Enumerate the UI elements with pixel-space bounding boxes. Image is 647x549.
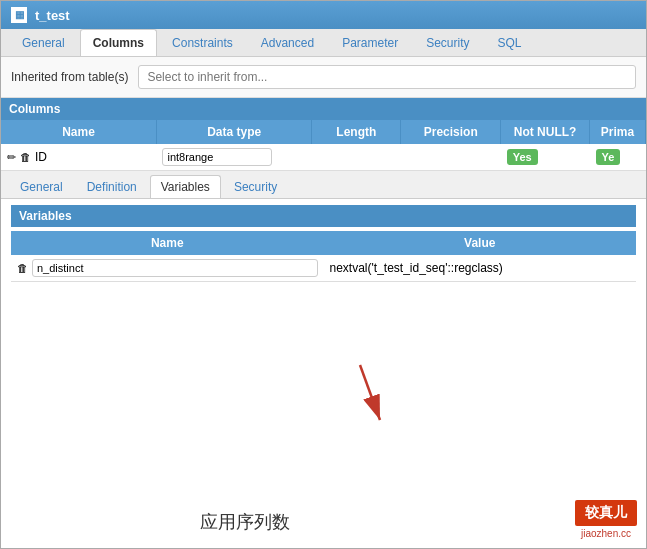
chinese-annotation: 应用序列数 bbox=[200, 510, 290, 534]
datatype-select[interactable]: int8range bbox=[162, 148, 272, 166]
columns-header-row: Name Data type Length Precision Not NULL… bbox=[1, 120, 646, 144]
tab-columns[interactable]: Columns bbox=[80, 29, 157, 56]
var-col-name: Name bbox=[11, 231, 324, 255]
title-bar: ▦ t_test bbox=[1, 1, 646, 29]
row-name: ID bbox=[35, 150, 47, 164]
variables-header-row: Name Value bbox=[11, 231, 636, 255]
table-row: ✏ 🗑 ID int8range bbox=[1, 144, 646, 171]
row-primary-cell: Ye bbox=[590, 144, 646, 171]
var-delete-icon[interactable]: 🗑 bbox=[17, 262, 28, 274]
var-value-cell: nextval('t_test_id_seq'::regclass) bbox=[324, 255, 637, 282]
svg-line-1 bbox=[360, 365, 380, 420]
variables-section: Variables Name Value 🗑 bbox=[1, 199, 646, 288]
tab-general[interactable]: General bbox=[9, 29, 78, 56]
inherit-row: Inherited from table(s) bbox=[1, 57, 646, 98]
row-datatype-cell: int8range bbox=[156, 144, 311, 171]
chinese-text-label: 应用序列数 bbox=[200, 512, 290, 532]
sub-tab-variables[interactable]: Variables bbox=[150, 175, 221, 198]
tab-security[interactable]: Security bbox=[413, 29, 482, 56]
tab-parameter[interactable]: Parameter bbox=[329, 29, 411, 56]
datatype-select-wrapper: int8range bbox=[162, 148, 272, 166]
col-header-notnull: Not NULL? bbox=[501, 120, 590, 144]
var-name-select-wrapper: n_distinct bbox=[32, 259, 318, 277]
columns-area: Name Data type Length Precision Not NULL… bbox=[1, 120, 646, 288]
col-header-datatype: Data type bbox=[156, 120, 311, 144]
not-null-badge[interactable]: Yes bbox=[507, 149, 538, 165]
watermark-sub: jiaozhen.cc bbox=[575, 528, 637, 539]
inherit-label: Inherited from table(s) bbox=[11, 70, 128, 84]
sub-tab-definition[interactable]: Definition bbox=[76, 175, 148, 198]
watermark-container: 较真儿 jiaozhen.cc bbox=[575, 500, 637, 539]
row-name-cell: ✏ 🗑 ID bbox=[1, 144, 156, 171]
tab-advanced[interactable]: Advanced bbox=[248, 29, 327, 56]
row-notnull-cell: Yes bbox=[501, 144, 590, 171]
sub-tab-security[interactable]: Security bbox=[223, 175, 288, 198]
arrow-svg bbox=[340, 355, 420, 435]
tab-sql[interactable]: SQL bbox=[485, 29, 535, 56]
columns-section-header: Columns bbox=[1, 98, 646, 120]
sub-tabs-bar: General Definition Variables Security bbox=[1, 171, 646, 199]
main-window: ▦ t_test General Columns Constraints Adv… bbox=[0, 0, 647, 549]
primary-badge[interactable]: Ye bbox=[596, 149, 621, 165]
arrow-annotation bbox=[340, 355, 420, 439]
sub-tab-general[interactable]: General bbox=[9, 175, 74, 198]
variable-row: 🗑 n_distinct nextval('t_test_id_seq'::re… bbox=[11, 255, 636, 282]
col-header-primary: Prima bbox=[590, 120, 646, 144]
inherit-input[interactable] bbox=[138, 65, 636, 89]
window-title: t_test bbox=[35, 8, 70, 23]
tab-constraints[interactable]: Constraints bbox=[159, 29, 246, 56]
variables-table: Name Value 🗑 n_distinct bbox=[11, 231, 636, 282]
variables-section-header: Variables bbox=[11, 205, 636, 227]
watermark-text: 较真儿 bbox=[575, 500, 637, 526]
delete-icon[interactable]: 🗑 bbox=[20, 151, 31, 163]
edit-icon[interactable]: ✏ bbox=[7, 151, 16, 164]
columns-table: Name Data type Length Precision Not NULL… bbox=[1, 120, 646, 171]
var-col-value: Value bbox=[324, 231, 637, 255]
var-name-select[interactable]: n_distinct bbox=[32, 259, 318, 277]
col-header-precision: Precision bbox=[401, 120, 501, 144]
table-icon: ▦ bbox=[11, 7, 27, 23]
col-header-name: Name bbox=[1, 120, 156, 144]
col-header-length: Length bbox=[312, 120, 401, 144]
var-name-cell: 🗑 n_distinct bbox=[11, 255, 324, 282]
row-precision-cell bbox=[401, 144, 501, 171]
main-tabs-bar: General Columns Constraints Advanced Par… bbox=[1, 29, 646, 57]
row-length-cell bbox=[312, 144, 401, 171]
